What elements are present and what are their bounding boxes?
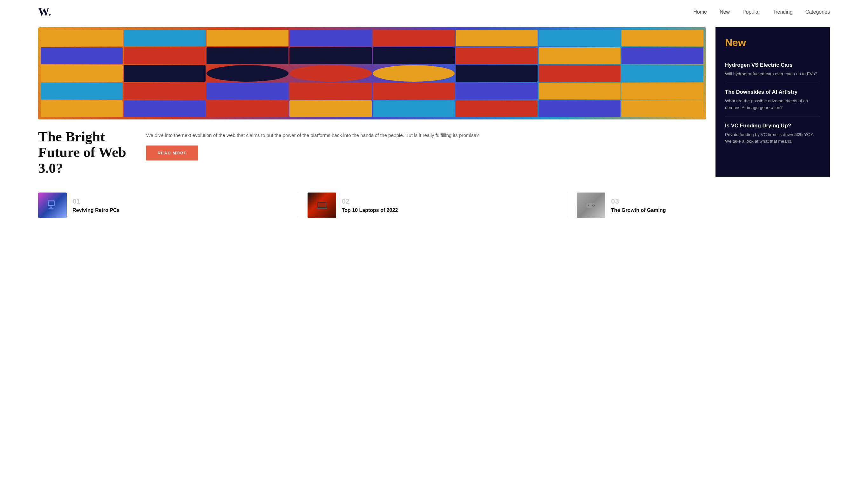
block	[289, 83, 371, 99]
block	[207, 83, 288, 99]
block	[289, 100, 371, 117]
laptop-icon	[315, 199, 328, 212]
navbar: W. Home New Popular Trending Categories	[0, 0, 868, 24]
hero-description: We dive into the next evolution of the w…	[146, 131, 479, 139]
block	[621, 65, 704, 82]
block	[621, 83, 704, 99]
block	[456, 30, 537, 47]
read-more-button[interactable]: READ MORE	[146, 146, 198, 160]
nav-links: Home New Popular Trending Categories	[693, 9, 830, 15]
block	[207, 47, 288, 64]
sidebar-article-1-title: Hydrogen VS Electric Cars	[725, 62, 820, 68]
thumb-laptop-image	[308, 192, 336, 218]
block	[621, 47, 704, 64]
svg-point-13	[593, 206, 594, 207]
sidebar-article-2-title: The Downsides of AI Artistry	[725, 89, 820, 95]
block	[41, 83, 123, 99]
gamepad-icon	[585, 199, 597, 212]
bottom-article-2[interactable]: 02 Top 10 Laptops of 2022	[298, 192, 561, 218]
block	[456, 100, 537, 117]
block	[456, 47, 537, 64]
block	[124, 47, 206, 64]
nav-item-popular[interactable]: Popular	[743, 9, 760, 15]
block	[289, 47, 371, 64]
sidebar-article-3-title: Is VC Funding Drying Up?	[725, 123, 820, 129]
bottom-article-3-number: 03	[611, 197, 665, 206]
hero-left: The Bright Future of Web 3.0? We dive in…	[38, 27, 706, 177]
block	[456, 83, 537, 99]
hero-section: The Bright Future of Web 3.0? We dive in…	[0, 27, 868, 177]
sidebar-article-3[interactable]: Is VC Funding Drying Up? Private funding…	[725, 117, 820, 150]
svg-point-10	[593, 205, 594, 206]
bottom-article-1-text: 01 Reviving Retro PCs	[72, 197, 120, 213]
block	[41, 30, 123, 47]
bottom-article-1-number: 01	[72, 197, 120, 206]
block	[124, 65, 206, 82]
block	[207, 30, 288, 47]
nav-item-home[interactable]: Home	[693, 9, 707, 15]
sidebar-article-2[interactable]: The Downsides of AI Artistry What are th…	[725, 83, 820, 117]
bottom-article-3-title: The Growth of Gaming	[611, 208, 665, 213]
hero-content: The Bright Future of Web 3.0? We dive in…	[38, 129, 706, 176]
block	[538, 65, 620, 82]
site-logo[interactable]: W.	[38, 6, 51, 19]
svg-point-12	[592, 205, 593, 206]
block	[538, 47, 620, 64]
bottom-article-1-title: Reviving Retro PCs	[72, 208, 120, 213]
block	[373, 83, 455, 99]
bottom-article-1[interactable]: 01 Reviving Retro PCs	[38, 192, 291, 218]
block	[289, 30, 371, 47]
block	[621, 30, 704, 47]
thumb-gaming-image	[577, 192, 605, 218]
sidebar-section-title: New	[725, 37, 820, 49]
block	[373, 47, 455, 64]
block	[207, 100, 288, 117]
sidebar-article-3-desc: Private funding by VC firms is down 50% …	[725, 131, 820, 145]
svg-rect-9	[588, 205, 589, 206]
block	[373, 65, 455, 82]
block	[41, 47, 123, 64]
block	[538, 83, 620, 99]
bottom-thumb-1	[38, 192, 67, 218]
block	[124, 100, 206, 117]
hero-right-content: We dive into the next evolution of the w…	[146, 129, 479, 160]
block	[538, 30, 620, 47]
block	[373, 30, 455, 47]
sidebar-article-1[interactable]: Hydrogen VS Electric Cars Will hydrogen-…	[725, 56, 820, 83]
block	[373, 100, 455, 117]
block	[621, 100, 704, 117]
sidebar-article-1-desc: Will hydrogen-fueled cars ever catch up …	[725, 71, 820, 77]
block	[41, 100, 123, 117]
sidebar-new-panel: New Hydrogen VS Electric Cars Will hydro…	[715, 27, 830, 177]
bottom-article-2-text: 02 Top 10 Laptops of 2022	[342, 197, 398, 213]
block	[456, 65, 537, 82]
block	[124, 83, 206, 99]
block	[41, 65, 123, 82]
bottom-articles-section: 01 Reviving Retro PCs 02 Top 10 Laptops …	[0, 177, 868, 227]
nav-item-new[interactable]: New	[720, 9, 730, 15]
thumb-retro-image	[38, 192, 67, 218]
bottom-article-3[interactable]: 03 The Growth of Gaming	[567, 192, 830, 218]
bottom-article-3-text: 03 The Growth of Gaming	[611, 197, 665, 213]
block	[207, 65, 288, 82]
block	[124, 30, 206, 47]
retro-pc-icon	[46, 199, 59, 212]
block	[538, 100, 620, 117]
svg-rect-5	[318, 203, 326, 207]
svg-rect-6	[316, 208, 327, 209]
bottom-thumb-3	[577, 192, 605, 218]
hero-title: The Bright Future of Web 3.0?	[38, 129, 133, 176]
block-decoration	[38, 27, 706, 119]
bottom-article-2-title: Top 10 Laptops of 2022	[342, 208, 398, 213]
block	[289, 65, 371, 82]
hero-image	[38, 27, 706, 119]
bottom-thumb-2	[308, 192, 336, 218]
svg-rect-3	[49, 208, 54, 209]
svg-point-11	[594, 205, 595, 206]
sidebar-article-2-desc: What are the possible adverse effects of…	[725, 98, 820, 111]
svg-rect-2	[50, 207, 52, 208]
nav-item-categories[interactable]: Categories	[805, 9, 830, 15]
svg-rect-1	[49, 202, 54, 205]
bottom-article-2-number: 02	[342, 197, 398, 206]
nav-item-trending[interactable]: Trending	[773, 9, 793, 15]
